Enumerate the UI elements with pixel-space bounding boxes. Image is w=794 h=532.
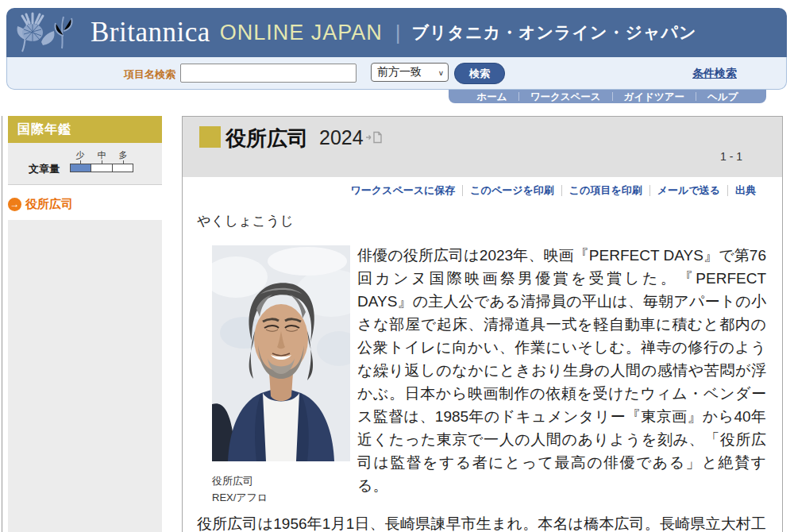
- text-volume-widget: 文章量 少 中 多: [8, 143, 162, 184]
- photo-caption: 役所広司 REX/アフロ: [212, 472, 350, 506]
- article-body: やくしょこうじ: [183, 202, 782, 532]
- brand-japanese: ブリタニカ・オンライン・ジャパン: [412, 21, 697, 44]
- sidebar-entry-link[interactable]: → 役所広司: [8, 196, 162, 212]
- photo-caption-credit: REX/アフロ: [212, 489, 350, 506]
- volume-meter: 少 中 多: [70, 149, 133, 172]
- search-input[interactable]: [180, 64, 357, 83]
- volume-level-mid: 中: [91, 149, 112, 161]
- sidebar-panel-empty: [8, 220, 162, 532]
- volume-level-high: 多: [113, 149, 133, 161]
- result-pagination: 1 - 1: [720, 150, 742, 163]
- action-citation[interactable]: 出典: [727, 185, 763, 196]
- advanced-search-link[interactable]: 条件検索: [692, 67, 737, 81]
- chevron-down-icon: ∨: [438, 68, 444, 76]
- volume-segment-low-selected[interactable]: [70, 164, 91, 172]
- search-field-label: 項目名検索: [124, 67, 175, 82]
- photo-caption-name: 役所広司: [212, 472, 350, 489]
- match-type-value: 前方一致: [377, 65, 422, 79]
- volume-level-labels: 少 中 多: [70, 149, 133, 160]
- page-link-icon[interactable]: [365, 131, 384, 147]
- britannica-online-japan-page: Britannica ONLINE JAPAN | ブリタニカ・オンライン・ジャ…: [0, 0, 794, 532]
- gold-bullet-square: [199, 126, 221, 148]
- volume-segment-mid[interactable]: [91, 164, 112, 172]
- brand-separator: |: [395, 21, 401, 45]
- brand-header: Britannica ONLINE JAPAN | ブリタニカ・オンライン・ジャ…: [6, 8, 787, 57]
- volume-bar: [70, 164, 133, 172]
- sidebar-section-title: 国際年鑑: [8, 116, 162, 143]
- page-frame-border: [2, 116, 2, 532]
- arrow-right-icon: →: [8, 198, 21, 211]
- action-print-page[interactable]: このページを印刷: [462, 185, 561, 196]
- article-year: 2024: [319, 126, 364, 149]
- volume-ticks: [70, 160, 133, 164]
- search-button[interactable]: 検索: [454, 63, 505, 84]
- article-reading: やくしょこうじ: [197, 212, 766, 230]
- sidebar-entry-label: 役所広司: [25, 197, 73, 212]
- article-paragraph: 役所広司は1956年1月1日、長崎県諫早市生まれ。本名は橋本広司。長崎県立大村工…: [197, 512, 766, 532]
- article-actions: ワークスペースに保存このページを印刷この項目を印刷メールで送る出典: [183, 177, 782, 202]
- brand-suffix: ONLINE JAPAN: [220, 21, 383, 45]
- article-title-band: 役所広司 2024 1 - 1: [183, 117, 782, 177]
- nav-item-home[interactable]: ホーム: [466, 91, 518, 103]
- article-title: 役所広司: [225, 125, 308, 152]
- action-save-to-workspace[interactable]: ワークスペースに保存: [344, 185, 463, 196]
- nav-item-help[interactable]: ヘルプ: [696, 91, 749, 103]
- search-bar: 項目名検索 前方一致 ∨ 検索 条件検索: [6, 57, 787, 90]
- nav-item-workspace[interactable]: ワークスペース: [519, 91, 612, 103]
- brand-wordmark: Britannica: [91, 17, 210, 48]
- nav-item-guided-tour[interactable]: ガイドツアー: [613, 91, 696, 103]
- volume-level-low: 少: [70, 149, 91, 161]
- action-send-mail[interactable]: メールで送る: [649, 185, 727, 196]
- volume-label: 文章量: [29, 162, 60, 176]
- match-type-select[interactable]: 前方一致 ∨: [371, 63, 449, 82]
- portrait-photo: [212, 245, 350, 461]
- sidebar-panel-yearbook: 国際年鑑 文章量 少 中 多: [8, 116, 162, 185]
- article-container: 役所広司 2024 1 - 1 ワークスペースに保存このページを印刷この項目を印…: [182, 116, 783, 532]
- britannica-thistle-logo-icon: [11, 9, 87, 56]
- article-photo-figure: 役所広司 REX/アフロ: [212, 245, 350, 506]
- sidebar: 国際年鑑 文章量 少 中 多: [8, 116, 162, 532]
- volume-segment-high[interactable]: [113, 164, 133, 172]
- action-print-entry[interactable]: この項目を印刷: [561, 185, 649, 196]
- global-nav: ホーム ワークスペース ガイドツアー ヘルプ: [449, 90, 766, 103]
